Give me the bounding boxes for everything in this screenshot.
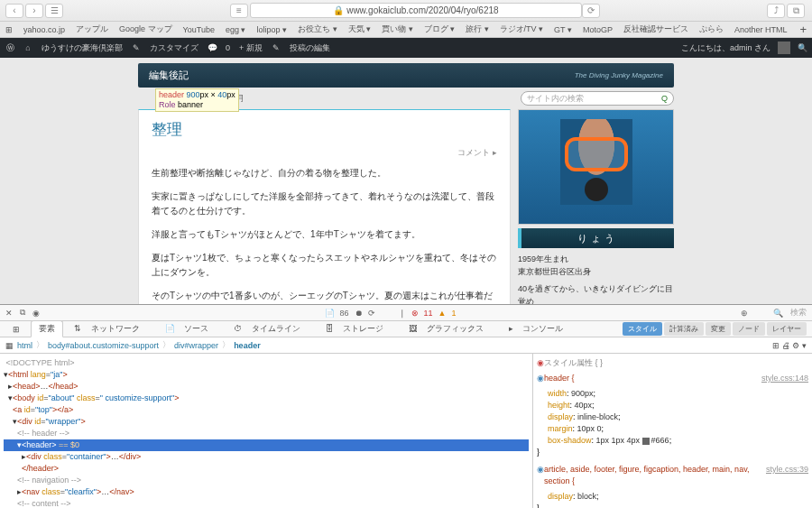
bookmark-item[interactable]: MotoGP [583,25,613,34]
error-count[interactable]: 11 [424,309,433,318]
bookmark-item[interactable]: YouTube [183,25,215,34]
comments-count: 0 [226,43,230,52]
warning-count[interactable]: 1 [451,309,456,318]
tab-sources[interactable]: 📄 ソース [158,321,224,337]
bookmark-item[interactable]: GT ▾ [554,25,572,34]
author-photo [518,109,674,225]
changes-tab[interactable]: 変更 [706,322,731,336]
bookmark-item[interactable]: 天気 ▾ [348,23,372,35]
article-title: 整理 [152,119,497,140]
resource-count: 86 [340,309,349,318]
dom-tree[interactable]: <!DOCTYPE html> ▾<html lang="ja"> ▸<head… [0,354,532,508]
reader-button[interactable]: ≡ [230,4,248,18]
edit-post-link[interactable]: 投稿の編集 [290,42,330,54]
site-name[interactable]: ゆうすけの豪海倶楽部 [42,42,123,54]
tab-graphics[interactable]: 🖼 グラフィックス [401,321,498,337]
author-name: りょう [518,228,674,248]
search-icon[interactable]: Q [661,94,668,103]
article-paragraph: 生前整理や断捨離じゃなけど、自分の着る物を整理した。 [152,166,497,180]
bookmark-item[interactable]: Google マップ [119,23,172,35]
edit-icon: ✎ [272,43,281,52]
tab-elements[interactable]: 要素 [31,320,63,337]
dom-breadcrumb[interactable]: ▦ html〉 body#about.customize-support〉 di… [0,337,812,354]
bookmark-item[interactable]: ラジオ/TV ▾ [500,23,544,35]
forward-button[interactable]: › [25,4,43,18]
avatar[interactable] [778,42,790,54]
search-icon[interactable]: 🔍 [798,43,807,52]
bookmark-item[interactable]: 旅行 ▾ [466,23,489,35]
resources-icon[interactable]: 📄 [325,309,335,318]
sidebar: りょう 1959年生まれ 東京都世田谷区出身 40を過ぎてから、いきなりダイビン… [518,109,674,304]
devtools: ✕ ⧉ ◉ 📄86 ⏺ ⟳ ❘ ⊗11 ▲1 ⊕ 🔍検索 ⊞ 要素 ⇅ ネットワ… [0,304,812,508]
tab-timeline[interactable]: ⏱ タイムライン [226,321,315,337]
article-paragraph: 洋服と言ってもTシャツがほとんどで、1年中Tシャツを着てます。 [152,227,497,242]
tab-storage[interactable]: 🗄 ストレージ [318,321,399,337]
tab-console[interactable]: ▸ コンソール [502,321,578,337]
node-tab[interactable]: ノード [733,322,765,336]
bookmark-item[interactable]: egg ▾ [226,25,246,34]
bookmark-item[interactable]: yahoo.co.jp [23,25,65,34]
bookmark-item[interactable]: お役立ち ▾ [298,23,337,35]
url-bar[interactable]: 🔒 www.gokaiclub.com/2020/04/ryo/6218 [250,3,582,18]
article-paragraph: 夏はTシャツ1枚で、ちょっと寒くなったらスエットやネルシャツを重ねて、冬はその上… [152,251,497,280]
grid-icon[interactable]: ⊞ [5,323,27,336]
wp-admin-bar: ⓦ ⌂ ゆうすけの豪海倶楽部 ✎カスタマイズ 💬0 + 新規 ✎投稿の編集 こん… [0,38,812,58]
tabs-button[interactable]: ⧉ [787,4,805,18]
banner-subtitle: The Diving Junky Magazine [575,71,663,79]
bio-line: 1959年生まれ [518,254,674,266]
dock-button[interactable]: ⧉ [20,308,25,318]
site-search[interactable]: サイト内の検索Q [521,91,674,106]
site-banner: 編集後記 The Diving Junky Magazine [138,63,674,88]
styles-tab[interactable]: スタイル [623,322,662,336]
banner-title: 編集後記 [149,69,189,82]
inspect-button[interactable]: ◉ [32,309,40,318]
share-button[interactable]: ⤴ [767,4,785,18]
bookmark-item[interactable]: 反社確認サービス [623,23,688,35]
layers-tab[interactable]: レイヤー [767,322,807,336]
greeting[interactable]: こんにちは、admin さん [681,42,770,54]
page-content: 編集後記 The Diving Junky Magazine header 90… [0,58,812,304]
bio-line: 東京都世田谷区出身 [518,266,674,279]
back-button[interactable]: ‹ [5,4,23,18]
computed-tab[interactable]: 計算済み [664,322,704,336]
bookmark-item[interactable]: Another HTML [734,25,788,34]
new-tab-button[interactable]: + [799,23,807,36]
inspector-tooltip: header 900px × 40px Role banner [155,88,239,112]
reload-button[interactable]: ⟳ [582,4,600,18]
devtools-search[interactable]: 検索 [790,307,807,319]
customize-icon: ✎ [132,43,141,52]
bookmark-item[interactable]: アップル [76,23,108,35]
bookmark-item[interactable]: lolipop ▾ [256,25,287,34]
bookmark-item[interactable]: 買い物 ▾ [382,23,413,35]
record-button[interactable]: ⏺ [355,309,363,318]
article-paragraph: 実家に置きっぱなしにしてた洋服を全部持ってきて、着れそうなのは洗濯して、普段着て… [152,189,497,218]
wp-logo-icon[interactable]: ⓦ [5,42,14,54]
customize-link[interactable]: カスタマイズ [150,42,198,54]
article-paragraph: そのTシャツの中で1番多いのが、シーエッグのTシャツ。夏の週末はこれが仕事着だし… [152,289,497,304]
bookmarks-grid-icon[interactable]: ⊞ [5,25,13,34]
bookmarks-bar: ⊞ yahoo.co.jp アップル Google マップ YouTube eg… [0,22,812,38]
close-devtools-button[interactable]: ✕ [5,309,13,318]
bookmark-item[interactable]: ブログ ▾ [424,23,456,35]
styles-pane[interactable]: ◉ スタイル属性 { } ◉ header {style.css:148 wid… [532,354,812,508]
tab-network[interactable]: ⇅ ネットワーク [67,321,154,337]
home-icon[interactable]: ⌂ [23,43,32,52]
article: 整理 コメント ▸ 生前整理や断捨離じゃなけど、自分の着る物を整理した。 実家に… [138,109,511,304]
bookmark-item[interactable]: ぷらら [699,23,724,35]
comments-icon[interactable]: 💬 [208,43,217,52]
reload-button[interactable]: ⟳ [368,309,375,318]
sidebar-button[interactable]: ☰ [45,4,63,18]
bio-line: 40を過ぎてから、いきなりダイビングに目覚め [518,283,674,304]
new-link[interactable]: + 新規 [239,42,263,54]
comment-link[interactable]: コメント ▸ [152,147,497,159]
safari-toolbar: ‹ › ☰ ≡ 🔒 www.gokaiclub.com/2020/04/ryo/… [0,0,812,22]
target-button[interactable]: ⊕ [741,309,748,318]
